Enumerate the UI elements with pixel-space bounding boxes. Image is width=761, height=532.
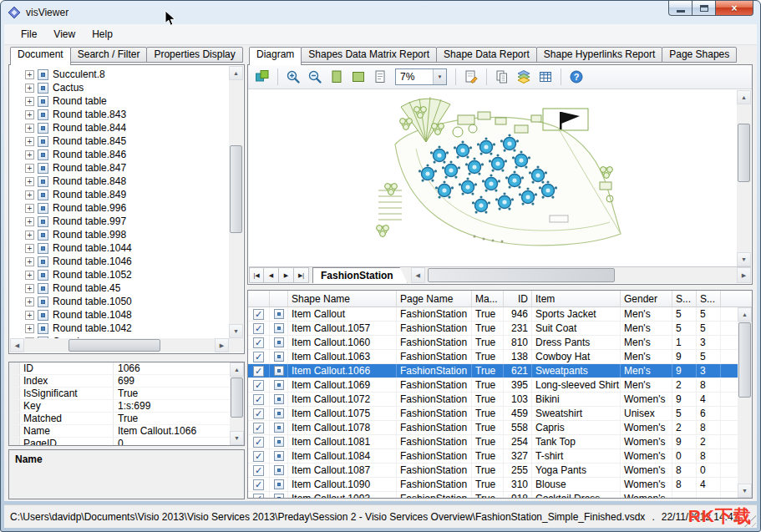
tree-item[interactable]: + Round table [10,94,229,108]
tree-item[interactable]: + Round table.1052 [10,268,229,281]
cell-page-name[interactable]: FashionStation [397,407,472,420]
property-row[interactable]: IsSignificant True [9,388,230,400]
cell-s1[interactable]: 5 [672,407,697,420]
shape-data-button[interactable] [461,68,481,87]
property-value[interactable]: True [114,388,230,399]
cell-page-name[interactable]: FashionStation [397,350,472,363]
expand-icon[interactable]: + [25,271,34,280]
row-checkbox[interactable]: ✓ [253,323,264,334]
cell-gender[interactable]: Men's [621,364,672,377]
cell-s2[interactable]: 5 [697,350,721,363]
maximize-button[interactable] [693,1,716,16]
cell-gender[interactable]: Men's [621,350,672,363]
scroll-up-button[interactable]: ▲ [738,307,752,322]
left-tab[interactable]: Search / Filter [70,47,148,63]
cell-id[interactable]: 103 [504,393,532,406]
diagram-canvas[interactable] [249,90,737,266]
cell-gender[interactable]: Men's [621,336,672,349]
cell-id[interactable]: 327 [504,449,532,463]
last-page-button[interactable]: ▶| [294,267,309,283]
tree-item[interactable]: + Round table.848 [10,175,229,188]
property-value[interactable]: 0 [114,438,230,445]
row-checkbox[interactable]: ✓ [253,394,264,405]
tree-item[interactable]: + Round table.1046 [10,255,229,268]
cell-id[interactable]: 395 [504,378,532,392]
cell-page-name[interactable]: FashionStation [397,492,472,498]
chevron-down-icon[interactable]: ▼ [433,69,446,84]
cell-s1[interactable]: 9 [672,435,697,448]
tree-item[interactable]: + Round table.45 [10,281,229,295]
cell-s1[interactable] [672,492,697,498]
scroll-left-button[interactable]: ◀ [10,338,24,352]
cell-shape-name[interactable]: Item Callout.1057 [288,322,397,335]
cell-s2[interactable]: 0 [697,464,721,477]
cell-gender[interactable]: Men's [621,322,672,335]
grid-row[interactable]: ✓ Item Callout.1084 FashionStation True … [248,449,738,464]
tree-item[interactable]: + Round table.845 [10,134,229,148]
tree-item[interactable]: + Round table.849 [10,188,229,201]
cell-s2[interactable]: 8 [697,378,721,392]
cell-shape-name[interactable]: Item Callout.1081 [288,435,397,448]
cell-item[interactable]: Sweatshirt [532,407,621,420]
cell-s1[interactable]: 5 [672,322,697,335]
tree-item[interactable]: + Round table.1044 [10,241,229,255]
cell-s1[interactable]: 2 [672,421,697,434]
grid-row[interactable]: ✓ Item Callout.1078 FashionStation True … [248,421,738,435]
header-checkbox-column[interactable] [248,291,270,307]
row-checkbox[interactable]: ✓ [253,451,264,462]
property-row[interactable]: Name Item Callout.1066 [9,425,230,438]
property-value[interactable]: 699 [114,375,230,387]
cell-shape-name[interactable]: Item Callout.1075 [288,407,397,420]
expand-icon[interactable]: + [25,137,34,146]
tree-item[interactable]: + Round table.843 [10,108,229,121]
cell-matched[interactable]: True [472,449,504,463]
cell-shape-name[interactable]: Item Callout.1060 [288,336,397,349]
tree-item[interactable]: + Round table.846 [10,148,229,161]
cell-s2[interactable]: 4 [697,393,721,406]
cell-item[interactable]: Bikini [532,393,621,406]
row-checkbox[interactable]: ✓ [253,352,264,362]
grid-row[interactable]: ✓ Item Callout.1063 FashionStation True … [248,350,738,364]
cell-s1[interactable]: 9 [672,364,697,377]
zoom-width-button[interactable] [348,68,368,87]
help-button[interactable]: ? [566,68,586,87]
expand-icon[interactable]: + [25,110,34,119]
header-item[interactable]: Item [532,291,621,307]
header-s2[interactable]: S... [697,291,721,307]
scroll-right-button[interactable]: ▶ [737,267,751,283]
row-checkbox[interactable]: ✓ [253,337,264,348]
right-tab[interactable]: Page Shapes [662,47,737,63]
scroll-thumb[interactable] [68,339,160,352]
cell-item[interactable]: Long-sleeved Shirt [532,378,621,392]
tree-item[interactable]: + Round table.996 [10,201,229,215]
scroll-up-button[interactable]: ▲ [229,66,243,80]
cell-s2[interactable]: 5 [697,322,721,335]
cell-id[interactable]: 231 [504,322,532,335]
row-checkbox[interactable]: ✓ [253,479,264,490]
cell-matched[interactable]: True [472,307,504,321]
menu-item[interactable]: File [13,25,45,43]
cell-s1[interactable]: 5 [672,307,697,321]
cell-matched[interactable]: True [472,478,504,491]
scroll-down-button[interactable]: ▼ [230,431,244,445]
cell-item[interactable]: Sports Jacket [532,307,621,321]
cell-matched[interactable]: True [472,393,504,406]
layers-button[interactable] [514,68,534,87]
row-checkbox[interactable]: ✓ [253,309,264,320]
cell-item[interactable]: Suit Coat [532,322,621,335]
cell-item[interactable]: Cowboy Hat [532,350,621,363]
cell-s2[interactable]: 2 [697,435,721,448]
header-gender[interactable]: Gender [621,291,672,307]
expand-icon[interactable]: + [25,150,34,160]
cell-shape-name[interactable]: Item Callout.1093 [288,492,397,498]
cell-item[interactable]: Yoga Pants [532,464,621,477]
cell-s1[interactable]: 8 [672,478,697,491]
cell-matched[interactable]: True [472,435,504,448]
title-bar[interactable]: visViewer × [1,1,760,24]
tree-item[interactable]: + Round table.844 [10,121,229,134]
expand-icon[interactable]: + [25,231,34,240]
cell-matched[interactable]: True [472,350,504,363]
whole-page-button[interactable] [370,68,390,87]
cell-gender[interactable]: Women's [621,421,672,434]
scroll-up-button[interactable]: ▲ [737,90,751,104]
